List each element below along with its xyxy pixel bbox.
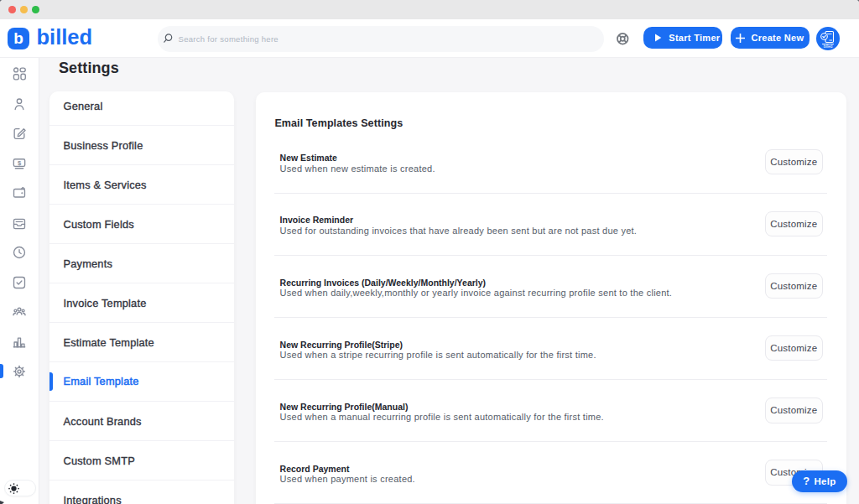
svg-text:billed: billed xyxy=(824,44,833,49)
svg-text:$: $ xyxy=(18,158,22,166)
